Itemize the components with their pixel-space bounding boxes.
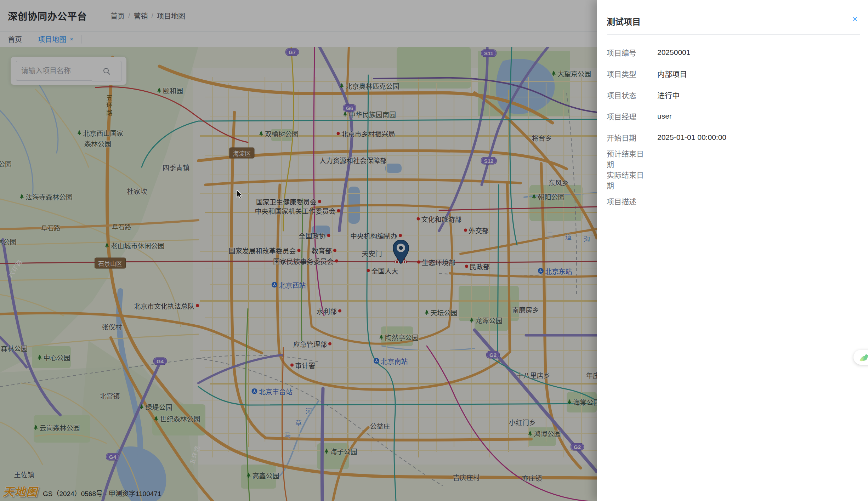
- field-value: 进行中: [657, 90, 680, 100]
- mouse-cursor-icon: [237, 190, 244, 199]
- field-row: 实际结束日期: [607, 169, 868, 190]
- field-label: 预计结束日期: [607, 148, 647, 169]
- field-label: 项目编号: [607, 47, 647, 58]
- field-value: 20250001: [657, 48, 690, 57]
- project-fields: 项目编号20250001项目类型内部项目项目状态进行中项目经理user开始日期2…: [597, 35, 868, 212]
- field-value: 2025-01-01 00:00:00: [657, 133, 726, 142]
- field-label: 项目经理: [607, 111, 647, 121]
- assistant-float-button[interactable]: [853, 350, 868, 365]
- field-row: 项目类型内部项目: [607, 63, 868, 84]
- field-row: 开始日期2025-01-01 00:00:00: [607, 127, 868, 148]
- bird-icon: [858, 352, 868, 363]
- drawer-modal-mask[interactable]: [0, 0, 597, 501]
- field-label: 项目状态: [607, 90, 647, 100]
- project-detail-drawer: 测试项目 × 项目编号20250001项目类型内部项目项目状态进行中项目经理us…: [597, 0, 868, 501]
- field-row: 项目经理user: [607, 106, 868, 127]
- field-row: 预计结束日期: [607, 148, 868, 169]
- drawer-close-icon[interactable]: ×: [852, 15, 857, 23]
- field-value: user: [657, 112, 672, 120]
- page: 深创协同办公平台 首页/营销/项目地图 首页项目地图×: [0, 0, 868, 501]
- field-row: 项目状态进行中: [607, 84, 868, 106]
- drawer-title: 测试项目: [607, 15, 641, 27]
- field-label: 项目描述: [607, 196, 647, 206]
- field-row: 项目描述: [607, 190, 868, 212]
- field-label: 开始日期: [607, 132, 647, 143]
- field-label: 实际结束日期: [607, 169, 647, 190]
- field-value: 内部项目: [657, 68, 687, 79]
- field-row: 项目编号20250001: [607, 42, 868, 63]
- field-label: 项目类型: [607, 68, 647, 79]
